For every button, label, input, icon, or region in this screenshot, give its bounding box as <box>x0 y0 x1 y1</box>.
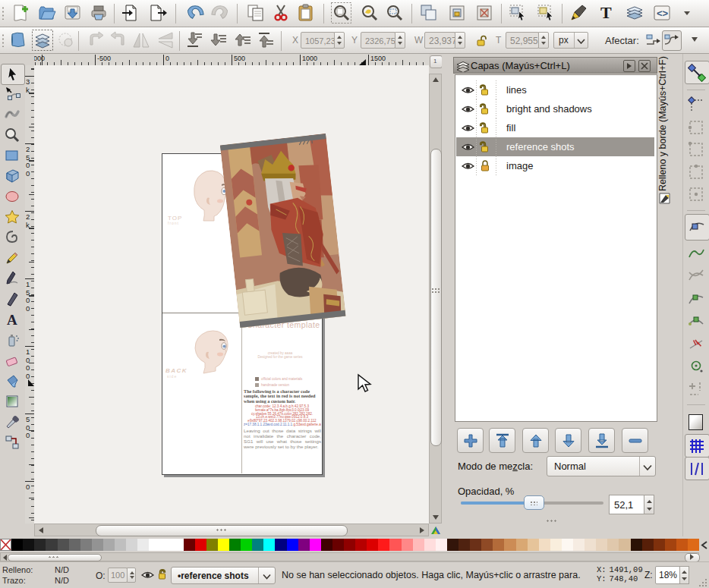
svg-text:T: T <box>600 3 612 22</box>
svg-text:<>: <> <box>657 8 669 19</box>
svg-text:A: A <box>7 312 17 328</box>
